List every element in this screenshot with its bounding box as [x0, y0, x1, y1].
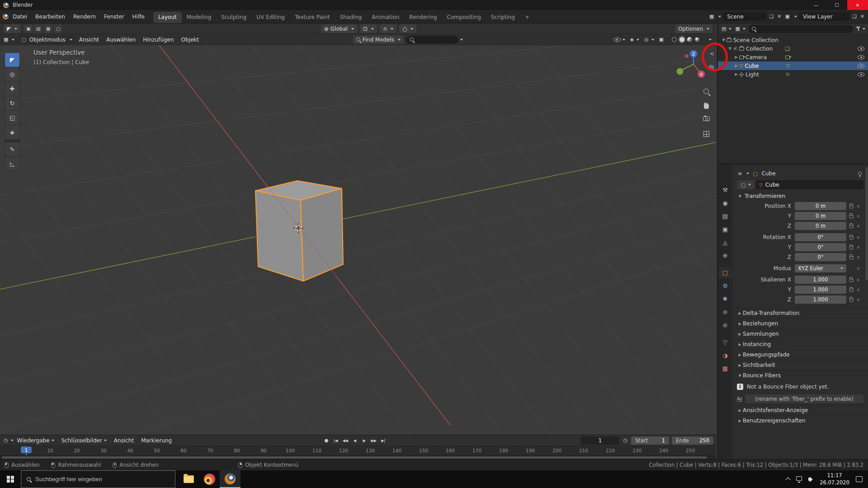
tab-sculpting[interactable]: Sculpting [216, 12, 251, 23]
select-mode-intersect[interactable]: ▢ [54, 24, 62, 33]
position-z-field[interactable]: 0 m [795, 222, 846, 230]
new-scene-button[interactable]: ❏ [768, 14, 774, 19]
tool-transform[interactable]: ◈ [5, 125, 19, 139]
animate-dot[interactable] [856, 267, 861, 270]
play-reverse-button[interactable]: ◀ [350, 436, 359, 444]
disclosure-icon[interactable]: ▶ [733, 72, 739, 76]
eye-icon[interactable] [858, 55, 864, 60]
editor-type-button[interactable]: ▦ [3, 37, 14, 42]
animate-dot[interactable] [856, 236, 861, 239]
props-tab-particles[interactable]: ✱ [718, 293, 732, 305]
props-tab-material[interactable]: ◑ [718, 350, 732, 361]
camera-view-icon[interactable] [701, 117, 712, 121]
collection-render-icon[interactable]: ❏ [785, 46, 790, 52]
lock-icon[interactable] [848, 287, 855, 292]
menu-fenster[interactable]: Fenster [100, 14, 128, 20]
tab-compositing[interactable]: Compositing [442, 12, 486, 23]
props-tab-texture[interactable]: ▦ [718, 363, 732, 374]
rotation-y-field[interactable]: 0° [795, 243, 846, 251]
props-tab-modifiers[interactable]: ⚙ [718, 280, 732, 291]
close-button[interactable]: ✕ [847, 0, 868, 10]
viewport-3d[interactable]: Z X User Perspective (1) Collection | Cu… [0, 45, 716, 435]
select-mode-subtract[interactable]: ▦ [44, 24, 52, 33]
network-icon[interactable] [796, 476, 802, 481]
delete-view-layer-button[interactable]: ✕ [859, 14, 865, 19]
options-dropdown[interactable]: Optionen [675, 24, 712, 33]
section-delta-transform[interactable]: ▶ Delta-Transformation [732, 308, 868, 318]
current-frame-field[interactable]: 1 [580, 436, 619, 445]
taskbar-search[interactable] [21, 470, 175, 488]
props-tab-render[interactable]: ◉ [718, 197, 732, 209]
eye-icon[interactable] [858, 64, 864, 68]
props-tab-constraints[interactable]: ⊛ [718, 319, 732, 331]
scene-icon[interactable]: ▦ [708, 14, 715, 19]
rotation-x-field[interactable]: 0° [795, 233, 846, 241]
object-name-field[interactable]: ▽ Cube [756, 180, 863, 189]
disclosure-icon[interactable]: ▶ [733, 55, 739, 59]
snap-toggle-dropdown[interactable]: ∩ [380, 24, 396, 33]
tab-scripting[interactable]: Scripting [486, 12, 520, 23]
outliner-row-scene-collection[interactable]: ▼ Scene Collection [718, 36, 868, 44]
lock-icon[interactable] [848, 245, 855, 249]
animate-dot[interactable] [856, 279, 861, 281]
select-mode-extend[interactable]: ▤ [34, 24, 42, 33]
timeline-scrollbar[interactable] [0, 456, 716, 459]
props-tab-view-layer[interactable]: ▣ [718, 224, 732, 235]
mode-dropdown[interactable]: ▢ Objektmodus [17, 35, 75, 44]
proportional-edit-dropdown[interactable]: ○ [399, 24, 416, 33]
tab-modeling[interactable]: Modeling [182, 12, 217, 23]
visibility-dropdown[interactable] [614, 38, 625, 42]
props-tab-object[interactable]: ▢ [718, 267, 732, 278]
tool-scale[interactable]: ◱ [5, 111, 19, 125]
tool-annotate[interactable]: ✎ [5, 142, 19, 156]
gizmo-y-ball[interactable] [677, 68, 684, 75]
sidebar-collapse-arrow[interactable]: < [710, 51, 714, 57]
properties-editor-icon[interactable]: ≡ [737, 171, 743, 177]
menu-wiedergabe[interactable]: Wiedergabe [14, 437, 58, 444]
playhead[interactable]: 1 [21, 446, 32, 453]
scale-x-field[interactable]: 1.000 [795, 276, 846, 284]
frame-end-field[interactable]: Ende250 [672, 436, 713, 445]
viewport-search-input[interactable] [416, 37, 455, 42]
outliner-display-mode-button[interactable]: ▦ [734, 26, 745, 32]
active-tool-button[interactable]: ◤ [4, 24, 20, 33]
menu-ansicht[interactable]: Ansicht [75, 37, 103, 43]
view-layer-icon[interactable]: ▣ [784, 14, 791, 19]
outliner-filter-button[interactable] [856, 27, 865, 31]
position-x-field[interactable]: 0 m [795, 202, 846, 210]
lock-icon[interactable] [848, 224, 855, 228]
animate-dot[interactable] [856, 246, 861, 249]
section-visibility[interactable]: ▶ Sichtbarkeit [732, 360, 868, 370]
props-tab-world[interactable]: ⊕ [718, 250, 732, 261]
position-y-field[interactable]: 0 m [795, 212, 846, 220]
animate-dot[interactable] [856, 299, 861, 301]
section-viewport-display[interactable]: ▶ Ansichtsfenster-Anzeige [732, 405, 868, 415]
pivot-point-dropdown[interactable]: ⊡ [360, 24, 377, 33]
outliner-row-camera[interactable]: ▶ Camera [718, 53, 868, 61]
pan-hand-icon[interactable] [701, 102, 712, 109]
rotation-mode-dropdown[interactable]: XYZ Euler [795, 264, 846, 272]
jump-start-button[interactable]: |◀ [331, 436, 340, 444]
lock-icon[interactable] [848, 297, 855, 302]
view-layer-field[interactable]: View Layer [799, 12, 849, 21]
scene-name-field[interactable]: Scene [723, 12, 766, 21]
animate-dot[interactable] [856, 289, 861, 291]
delete-scene-button[interactable]: ✕ [776, 14, 782, 19]
menu-ansicht-timeline[interactable]: Ansicht [110, 437, 137, 444]
menu-bearbeiten[interactable]: Bearbeiten [31, 14, 69, 20]
animate-dot[interactable] [856, 225, 861, 227]
tool-rotate[interactable]: ↻ [5, 96, 19, 110]
menu-rendern[interactable]: Rendern [69, 14, 100, 20]
menu-auswaehlen[interactable]: Auswählen [103, 37, 139, 43]
section-bounce-fibers[interactable]: ▼ Bounce Fibers [732, 370, 868, 380]
scale-y-field[interactable]: 1.000 [795, 286, 846, 294]
tab-shading[interactable]: Shading [335, 12, 367, 23]
eye-icon[interactable] [858, 47, 864, 51]
next-keyframe-button[interactable]: ▶▶ [369, 436, 378, 444]
lock-icon[interactable] [848, 277, 855, 282]
section-instancing[interactable]: ▶ Instancing [732, 339, 868, 349]
record-button[interactable]: ● [322, 436, 330, 444]
taskbar-blender[interactable] [220, 470, 241, 488]
properties-scrollbar[interactable] [866, 167, 868, 280]
menu-datei[interactable]: Datei [9, 14, 31, 20]
